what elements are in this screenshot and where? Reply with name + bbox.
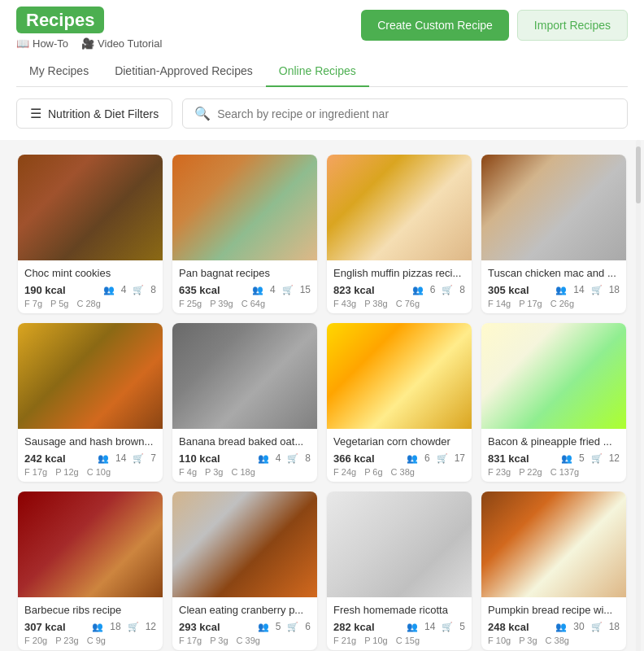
recipe-meta: 👥 5 🛒 12 <box>561 452 620 464</box>
recipes-grid: Choc mint cookies 190 kcal 👥 4 🛒 8 F 7g … <box>0 140 644 651</box>
servings-count: 14 <box>424 621 435 632</box>
recipe-protein: P 10g <box>364 636 388 645</box>
recipe-kcal: 242 kcal <box>24 452 66 465</box>
recipe-kcal: 366 kcal <box>333 452 375 465</box>
servings-icon: 👥 <box>258 622 269 632</box>
servings-icon: 👥 <box>555 285 567 295</box>
recipe-macros: F 14g P 17g C 26g <box>488 299 620 308</box>
recipe-name: Barbecue ribs recipe <box>24 604 156 616</box>
recipe-card[interactable]: Pan bagnat recipes 635 kcal 👥 4 🛒 15 F 2… <box>172 155 317 313</box>
recipe-card[interactable]: Banana bread baked oat... 110 kcal 👥 4 🛒… <box>172 323 317 482</box>
nutrition-filter-button[interactable]: ☰ Nutrition & Diet Filters <box>16 98 172 129</box>
cart-icon: 🛒 <box>133 285 144 295</box>
cart-count: 18 <box>609 284 620 295</box>
import-recipes-button[interactable]: Import Recipes <box>517 10 628 41</box>
recipe-meta: 👥 4 🛒 15 <box>252 284 311 295</box>
recipe-kcal-row: 293 kcal 👥 5 🛒 6 <box>179 619 311 634</box>
servings-icon: 👥 <box>98 453 109 464</box>
recipe-fat: F 10g <box>488 636 511 645</box>
recipe-card[interactable]: Vegetarian corn chowder 366 kcal 👥 6 🛒 1… <box>327 323 472 482</box>
recipe-kcal-row: 823 kcal 👥 6 🛒 8 <box>333 282 465 297</box>
scrollbar-thumb[interactable] <box>636 146 641 203</box>
cart-count: 15 <box>300 284 311 295</box>
recipe-protein: P 38g <box>364 299 388 308</box>
cart-count: 17 <box>455 452 465 464</box>
scrollbar-track[interactable] <box>636 140 641 651</box>
create-custom-recipe-button[interactable]: Create Custom Recipe <box>361 10 509 41</box>
recipe-carbs: C 15g <box>396 636 420 645</box>
servings-icon: 👥 <box>407 622 418 632</box>
recipe-carbs: C 64g <box>242 299 265 308</box>
recipe-kcal-row: 366 kcal 👥 6 🛒 17 <box>333 451 465 465</box>
servings-count: 5 <box>579 452 585 464</box>
recipe-card[interactable]: Sausage and hash brown... 242 kcal 👥 14 … <box>18 323 163 482</box>
recipe-card[interactable]: Pumpkin bread recipe wi... 248 kcal 👥 30… <box>481 492 626 650</box>
cart-icon: 🛒 <box>591 622 603 632</box>
recipe-kcal: 831 kcal <box>488 452 529 465</box>
search-input[interactable] <box>217 107 616 120</box>
recipe-protein: P 5g <box>50 299 68 308</box>
cart-count: 8 <box>150 284 156 295</box>
recipe-macros: F 17g P 3g C 39g <box>179 636 311 645</box>
recipe-info: Pan bagnat recipes 635 kcal 👥 4 🛒 15 F 2… <box>172 260 317 313</box>
video-icon: 🎥 <box>81 37 94 50</box>
recipe-meta: 👥 6 🛒 17 <box>407 452 465 464</box>
recipe-macros: F 10g P 3g C 38g <box>488 636 620 645</box>
recipe-protein: P 17g <box>519 299 542 308</box>
recipe-carbs: C 26g <box>550 299 574 308</box>
recipe-info: Clean eating cranberry p... 293 kcal 👥 5… <box>172 597 317 650</box>
tab-online-recipes[interactable]: Online Recipes <box>266 56 369 87</box>
recipe-kcal-row: 635 kcal 👥 4 🛒 15 <box>179 282 311 297</box>
recipe-image <box>172 155 317 260</box>
cart-count: 8 <box>305 452 311 464</box>
recipe-card[interactable]: English muffin pizzas reci... 823 kcal 👥… <box>327 155 472 313</box>
recipe-macros: F 7g P 5g C 28g <box>24 299 156 308</box>
cart-count: 5 <box>459 621 465 632</box>
recipe-image <box>18 155 163 260</box>
servings-icon: 👥 <box>407 453 418 464</box>
recipe-image <box>18 492 163 597</box>
recipe-card[interactable]: Fresh homemade ricotta 282 kcal 👥 14 🛒 5… <box>327 492 472 650</box>
tab-dietitian-recipes[interactable]: Dietitian-Approved Recipes <box>102 56 266 87</box>
recipe-image <box>481 323 626 429</box>
recipe-card[interactable]: Bacon & pineapple fried ... 831 kcal 👥 5… <box>481 323 626 482</box>
video-tutorial-link[interactable]: 🎥 Video Tutorial <box>81 37 162 50</box>
recipe-name: Banana bread baked oat... <box>179 435 311 448</box>
recipe-kcal-row: 307 kcal 👥 18 🛒 12 <box>24 619 156 634</box>
cart-count: 12 <box>146 621 156 632</box>
recipe-fat: F 4g <box>179 467 197 477</box>
recipe-card[interactable]: Clean eating cranberry p... 293 kcal 👥 5… <box>172 492 317 650</box>
cart-icon: 🛒 <box>287 453 298 464</box>
servings-count: 4 <box>121 284 127 295</box>
recipe-info: Sausage and hash brown... 242 kcal 👥 14 … <box>18 429 163 482</box>
recipe-carbs: C 28g <box>76 299 100 308</box>
recipe-macros: F 25g P 39g C 64g <box>179 299 311 308</box>
servings-count: 4 <box>270 284 276 295</box>
tab-my-recipes[interactable]: My Recipes <box>16 56 102 87</box>
recipe-info: Vegetarian corn chowder 366 kcal 👥 6 🛒 1… <box>327 429 472 482</box>
recipe-image <box>481 492 626 597</box>
recipe-card[interactable]: Choc mint cookies 190 kcal 👥 4 🛒 8 F 7g … <box>18 155 163 313</box>
recipe-carbs: C 76g <box>396 299 420 308</box>
how-to-link[interactable]: 📖 How-To <box>16 37 68 50</box>
recipe-kcal: 635 kcal <box>179 284 220 296</box>
recipe-image <box>481 155 626 260</box>
recipe-info: Choc mint cookies 190 kcal 👥 4 🛒 8 F 7g … <box>18 260 163 313</box>
app-logo[interactable]: Recipes <box>16 10 162 31</box>
recipe-kcal-row: 831 kcal 👥 5 🛒 12 <box>488 451 620 465</box>
recipe-fat: F 17g <box>24 467 47 477</box>
recipe-name: Pumpkin bread recipe wi... <box>488 604 620 616</box>
cart-icon: 🛒 <box>591 453 603 464</box>
recipe-card[interactable]: Tuscan chicken mac and ... 305 kcal 👥 14… <box>481 155 626 313</box>
cart-icon: 🛒 <box>287 622 298 632</box>
recipe-card[interactable]: Barbecue ribs recipe 307 kcal 👥 18 🛒 12 … <box>18 492 163 650</box>
recipe-macros: F 24g P 6g C 38g <box>333 467 465 477</box>
cart-count: 8 <box>459 284 465 295</box>
recipe-macros: F 4g P 3g C 18g <box>179 467 311 477</box>
servings-count: 18 <box>110 621 120 632</box>
recipe-name: Choc mint cookies <box>24 267 156 279</box>
recipe-fat: F 21g <box>333 636 356 645</box>
recipe-protein: P 3g <box>210 636 228 645</box>
cart-count: 18 <box>609 621 620 632</box>
book-icon: 📖 <box>16 37 29 50</box>
